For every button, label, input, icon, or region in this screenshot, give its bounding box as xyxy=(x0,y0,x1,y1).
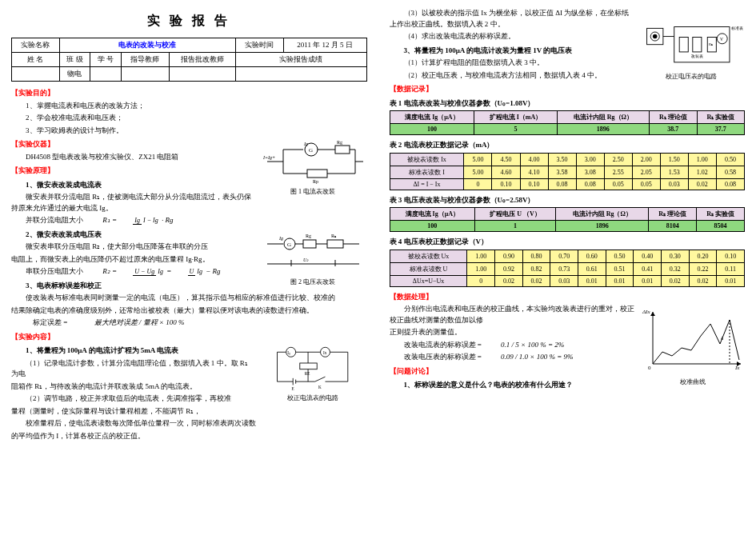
info-cell xyxy=(236,67,366,82)
table-4: 被校表读数 Ux1.000.900.800.700.600.500.400.30… xyxy=(390,250,746,287)
svg-rect-57 xyxy=(679,37,688,51)
figure-5-caption: 校准曲线 xyxy=(641,377,745,386)
svg-rect-6 xyxy=(335,146,350,154)
process-heading: 【数据处理】 xyxy=(390,292,746,303)
svg-rect-21 xyxy=(303,240,316,248)
report-title: 实 验 报 告 xyxy=(11,13,367,30)
figure-3: I₀ Ix RE E K 校正电流表的电路 xyxy=(259,344,367,402)
svg-text:K: K xyxy=(318,385,321,389)
svg-rect-41 xyxy=(299,363,316,369)
table-1: 满度电流 Ig（μA） 扩程电流 I（mA） 电流计内阻 Rg（Ω） R₁ 理论… xyxy=(390,110,746,135)
info-cell xyxy=(90,67,122,82)
svg-text:U₂: U₂ xyxy=(303,258,309,262)
svg-line-48 xyxy=(314,377,325,381)
svg-rect-58 xyxy=(693,37,702,51)
svg-marker-74 xyxy=(650,312,655,316)
table-1-title: 表 1 电流表改装与校准仪器参数（U₀=1.08V） xyxy=(390,98,746,110)
content-1-4: 的平均值作为 I，计算各校正点的校正值。 xyxy=(11,431,367,442)
purpose-item: 1、掌握电流表和电压表的改装方法； xyxy=(11,101,367,112)
content-heading: 【实验内容】 xyxy=(11,332,367,343)
svg-text:Ig: Ig xyxy=(303,142,308,146)
info-cell: 班 级 xyxy=(59,53,90,67)
info-cell: 指导教师 xyxy=(122,53,170,67)
svg-text:G: G xyxy=(309,147,313,154)
info-cell: 报告批改教师 xyxy=(169,53,235,67)
svg-rect-24 xyxy=(327,240,343,248)
principle-3-text2: 结果除确定电表的准确度级别外，还常给出被校表（最大）量程以便对该电表的读数进行准… xyxy=(11,305,367,317)
purpose-heading: 【实验目的】 xyxy=(11,88,367,99)
svg-text:0: 0 xyxy=(648,365,651,371)
info-cell: 学 号 xyxy=(90,53,122,67)
figure-4: 改装表 R₂ V 标准表 校正电压表的电路 xyxy=(637,22,745,81)
calibration-curve: δ Ix ΔIx 0 校准曲线 xyxy=(641,304,745,376)
svg-point-54 xyxy=(653,34,658,39)
right-page: 改装表 R₂ V 标准表 校正电压表的电路 （3）以被校表的指示值 Ix 为横坐… xyxy=(378,0,757,535)
figure-1-caption: 图 1 电流表改装 xyxy=(259,187,367,196)
formula-error: 标定误差 = 最大绝对误差 / 量程 × 100 % xyxy=(11,317,367,329)
principle-3-text: 使改装表与标准电表同时测量一定的电流（电压），算其指示值与相应的标准值进行比较、… xyxy=(11,293,367,304)
info-cell xyxy=(12,67,60,82)
content-1-3: 校准量程后，使电流表读数每次降低单位量程一次，同时标准表两次读数 xyxy=(11,418,367,429)
left-page: 实 验 报 告 实验名称 电表的改装与校准 实验时间 2011 年 12 月 5… xyxy=(0,0,378,535)
table-3: 满度电流 Ig（μA） 扩程电压 U （V） 电流计内阻 Rg（Ω） R₂ 理论… xyxy=(390,207,746,232)
svg-text:R₂: R₂ xyxy=(331,234,337,238)
figure-4-caption: 校正电压表的电路 xyxy=(637,72,745,81)
svg-text:改装表: 改装表 xyxy=(691,54,703,58)
svg-text:V: V xyxy=(720,37,723,42)
svg-text:RE: RE xyxy=(304,371,310,376)
info-cell: 2011 年 12 月 5 日 xyxy=(283,38,366,53)
table-4-title: 表 4 电压表校正数据记录（V） xyxy=(390,237,746,248)
content-1-2b: 量程（测量时，使实际量程与设计量程相差，不能调节 R₁， xyxy=(11,406,367,417)
svg-rect-10 xyxy=(307,170,327,178)
svg-text:I₀: I₀ xyxy=(287,350,290,355)
info-cell xyxy=(122,67,170,82)
svg-text:Rp: Rp xyxy=(313,179,318,184)
data-heading: 【数据记录】 xyxy=(390,84,746,95)
table-2: 被校表读数 Ix5.004.504.003.503.002.502.001.50… xyxy=(390,153,746,190)
purpose-item: 3、学习欧姆表的设计与制作。 xyxy=(11,126,367,137)
experiment-name: 电表的改装与校准 xyxy=(59,38,235,53)
info-cell: 实验名称 xyxy=(12,38,60,53)
figure-1: G Rg Rp I=Ig+ Ig 图 1 电流表改装 xyxy=(259,138,367,196)
svg-text:R₂: R₂ xyxy=(709,42,713,46)
svg-text:Rg: Rg xyxy=(306,234,311,238)
table-2-title: 表 2 电流表校正数据记录（mA） xyxy=(390,140,746,151)
figure-2-caption: 图 2 电压表改装 xyxy=(259,277,367,286)
svg-text:I=Ig+: I=Ig+ xyxy=(262,155,275,160)
purpose-item: 2、学会校准电流表和电压表； xyxy=(11,113,367,124)
info-cell: 姓 名 xyxy=(12,53,60,67)
svg-text:Ix: Ix xyxy=(322,350,326,355)
svg-text:G: G xyxy=(287,242,291,248)
info-cell: 实验报告成绩 xyxy=(236,53,366,67)
svg-text:Rg: Rg xyxy=(337,140,342,145)
svg-text:ΔIx: ΔIx xyxy=(642,309,650,315)
svg-text:标准表: 标准表 xyxy=(730,26,743,30)
info-cell: 物电 xyxy=(59,67,90,82)
table-3-title: 表 3 电压表改装与校准仪器参数（U₀=2.58V） xyxy=(390,195,746,206)
svg-text:E: E xyxy=(291,386,294,391)
figure-2: G Rg R₂ Ig U₂ 图 2 电压表改装 xyxy=(259,228,367,286)
svg-text:Ig: Ig xyxy=(278,236,283,241)
info-cell: 实验时间 xyxy=(236,38,284,53)
figure-3-caption: 校正电流表的电路 xyxy=(259,393,367,402)
info-table: 实验名称 电表的改装与校准 实验时间 2011 年 12 月 5 日 姓 名 班… xyxy=(11,38,367,82)
info-cell xyxy=(169,67,235,82)
formula-r1: 并联分流电阻大小 R₁ = IgI − Ig · Rg xyxy=(11,215,367,226)
